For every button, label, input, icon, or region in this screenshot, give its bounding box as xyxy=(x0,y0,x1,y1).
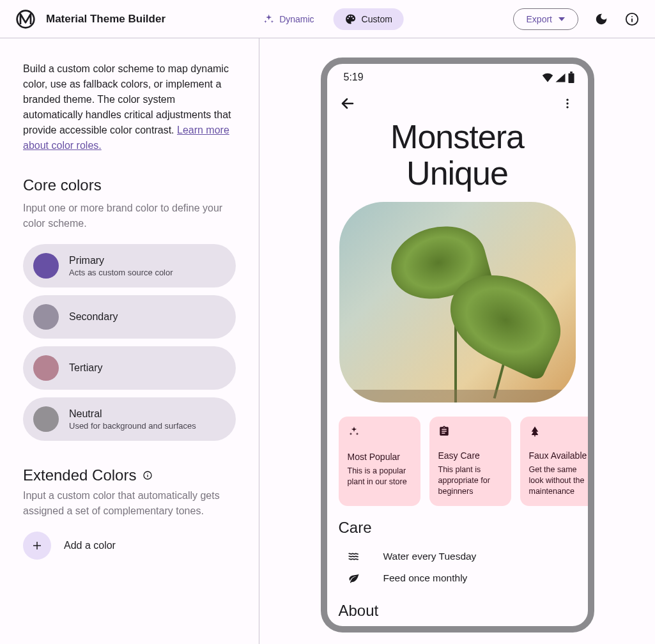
extended-colors-subtitle: Input a custom color that automatically … xyxy=(23,488,236,519)
tab-custom-label: Custom xyxy=(362,14,392,24)
svg-rect-9 xyxy=(568,73,574,83)
color-tertiary[interactable]: Tertiary xyxy=(23,346,236,390)
sparkle-icon xyxy=(263,13,274,25)
svg-point-12 xyxy=(566,99,568,101)
feature-desc: This is a popular plant in our store xyxy=(348,466,412,487)
plus-icon xyxy=(31,540,43,551)
svg-point-3 xyxy=(631,15,633,17)
intro-paragraph: Build a custom color scheme to map dynam… xyxy=(23,61,236,153)
add-color-button[interactable] xyxy=(23,532,51,560)
chevron-down-icon xyxy=(559,17,565,21)
about-title: About xyxy=(339,602,576,620)
care-item-feed: Feed once monthly xyxy=(339,567,576,589)
feature-cards: Most Popular This is a popular plant in … xyxy=(327,402,588,506)
feature-desc: This plant is appropriate for beginners xyxy=(438,464,502,497)
core-colors-title: Core colors xyxy=(23,176,236,194)
material-logo-icon xyxy=(15,9,36,29)
color-primary[interactable]: Primary Acts as custom source color xyxy=(23,244,236,288)
core-colors-subtitle: Input one or more brand color to define … xyxy=(23,201,236,231)
neutral-label: Neutral xyxy=(69,408,196,420)
info-button[interactable] xyxy=(624,12,640,27)
primary-sublabel: Acts as custom source color xyxy=(69,268,173,277)
secondary-label: Secondary xyxy=(69,311,118,323)
preview-area: 5:19 Monstera Unique xyxy=(259,38,655,644)
tab-dynamic-label: Dynamic xyxy=(279,14,314,24)
export-button[interactable]: Export xyxy=(513,8,578,30)
tab-dynamic[interactable]: Dynamic xyxy=(251,8,325,30)
wifi-icon xyxy=(542,72,553,82)
app-title: Material Theme Builder xyxy=(46,13,166,26)
preview-app-bar xyxy=(327,88,588,119)
battery-icon xyxy=(567,72,575,83)
signal-icon xyxy=(555,72,566,82)
app-header: Material Theme Builder Dynamic Custom Ex… xyxy=(0,0,655,38)
water-icon xyxy=(348,552,360,561)
tab-custom[interactable]: Custom xyxy=(334,8,404,30)
leaf-icon xyxy=(348,572,360,584)
plant-name: Monstera Unique xyxy=(339,119,576,192)
export-label: Export xyxy=(527,14,552,24)
clipboard-icon xyxy=(438,425,502,440)
feature-card-easycare[interactable]: Easy Care This plant is appropriate for … xyxy=(429,417,511,506)
extended-colors-title: Extended Colors xyxy=(23,466,136,484)
care-title: Care xyxy=(339,519,576,537)
moon-icon xyxy=(594,12,608,26)
add-color-label: Add a color xyxy=(64,540,116,551)
svg-point-6 xyxy=(148,473,148,474)
tertiary-swatch xyxy=(33,355,59,381)
color-secondary[interactable]: Secondary xyxy=(23,295,236,339)
sidebar: Build a custom color scheme to map dynam… xyxy=(0,38,259,644)
info-outline-icon[interactable] xyxy=(143,470,153,480)
sparkle-icon xyxy=(348,425,412,441)
tab-switcher: Dynamic Custom xyxy=(251,8,404,30)
neutral-sublabel: Used for background and surfaces xyxy=(69,421,196,431)
svg-point-0 xyxy=(17,10,35,27)
care-item-water: Water every Tuesday xyxy=(339,546,576,567)
status-time: 5:19 xyxy=(344,72,364,83)
feature-card-faux[interactable]: Faux Available Get the same look without… xyxy=(520,417,588,506)
svg-point-14 xyxy=(566,106,568,108)
primary-label: Primary xyxy=(69,255,173,266)
neutral-swatch xyxy=(33,406,59,432)
status-bar: 5:19 xyxy=(327,64,588,88)
feature-title: Most Popular xyxy=(348,452,412,462)
primary-swatch xyxy=(33,253,59,279)
dark-mode-toggle[interactable] xyxy=(594,12,609,27)
color-neutral[interactable]: Neutral Used for background and surfaces xyxy=(23,397,236,441)
feature-title: Easy Care xyxy=(438,450,502,461)
secondary-swatch xyxy=(33,304,59,330)
care-label: Water every Tuesday xyxy=(383,551,477,562)
tree-icon xyxy=(529,425,588,440)
feature-title: Faux Available xyxy=(529,450,588,461)
feature-card-popular[interactable]: Most Popular This is a popular plant in … xyxy=(339,417,420,506)
tertiary-label: Tertiary xyxy=(69,362,102,374)
svg-point-13 xyxy=(566,102,568,104)
device-frame: 5:19 Monstera Unique xyxy=(321,57,594,632)
palette-icon xyxy=(345,13,357,25)
back-button[interactable] xyxy=(339,95,357,112)
more-button[interactable] xyxy=(559,95,576,112)
arrow-back-icon xyxy=(340,96,355,111)
more-vert-icon xyxy=(561,97,574,110)
feature-desc: Get the same look without the maintenanc… xyxy=(529,464,588,497)
plant-image xyxy=(339,202,576,402)
info-icon xyxy=(625,12,639,26)
svg-rect-10 xyxy=(570,72,573,73)
care-label: Feed once monthly xyxy=(383,572,468,584)
